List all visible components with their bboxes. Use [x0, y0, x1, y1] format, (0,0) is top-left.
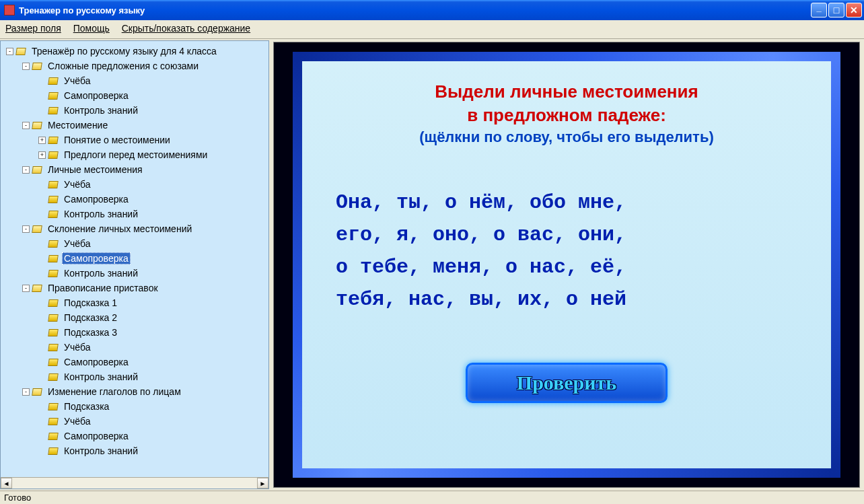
tree-item-label[interactable]: Подсказка 1: [62, 297, 119, 309]
tree-item-label[interactable]: Контроль знаний: [62, 104, 140, 116]
book-icon: [48, 447, 59, 455]
tree-item-label[interactable]: Самопроверка: [62, 193, 131, 205]
tree-item[interactable]: Контроль знаний: [2, 207, 267, 221]
tree-item-label[interactable]: Подсказка 3: [62, 326, 119, 338]
collapse-icon[interactable]: -: [6, 48, 13, 55]
book-icon: [32, 225, 42, 233]
tree-item[interactable]: Самопроверка: [2, 251, 267, 266]
tree-item[interactable]: Подсказка 2: [2, 310, 267, 325]
menu-field-size[interactable]: Размер поля: [5, 23, 61, 34]
tree-item-label[interactable]: Контроль знаний: [62, 371, 140, 383]
close-button[interactable]: [846, 3, 862, 17]
tree-item-label[interactable]: Изменение глаголов по лицам: [46, 386, 183, 398]
expand-icon[interactable]: +: [38, 137, 46, 144]
tree-item[interactable]: -Тренажёр по русскому языку для 4 класса: [2, 44, 267, 59]
tree-item[interactable]: Контроль знаний: [2, 443, 267, 458]
tree-item[interactable]: Подсказка 3: [2, 325, 267, 340]
book-icon: [32, 122, 42, 129]
collapse-icon[interactable]: -: [22, 122, 30, 129]
tree-item-label[interactable]: Учёба: [62, 415, 92, 427]
tree-item[interactable]: -Изменение глаголов по лицам: [2, 384, 267, 399]
exercise-words[interactable]: Она, ты, о нём, обо мне, его, я, оно, о …: [329, 186, 804, 316]
book-icon: [48, 314, 59, 322]
check-button[interactable]: Проверить: [466, 363, 668, 403]
tree-item[interactable]: Контроль знаний: [2, 369, 267, 384]
tree-item[interactable]: Самопроверка: [2, 88, 267, 103]
tree-hscrollbar[interactable]: ◄ ►: [1, 477, 268, 489]
tree-item-label[interactable]: Самопроверка: [62, 430, 131, 442]
window-controls: [811, 3, 862, 17]
tree-item[interactable]: +Понятие о местоимении: [2, 133, 267, 147]
titlebar: Тренажер по русскому языку: [0, 0, 864, 20]
book-icon: [48, 299, 59, 307]
menu-help[interactable]: Помощь: [73, 23, 110, 34]
tree-item[interactable]: Учёба: [2, 73, 267, 88]
tree-item-label[interactable]: Подсказка 2: [62, 312, 119, 324]
tree-item[interactable]: Учёба: [2, 236, 267, 251]
minimize-button[interactable]: [811, 3, 827, 17]
scroll-track[interactable]: [12, 478, 257, 489]
tree-item[interactable]: Подсказка 1: [2, 295, 267, 310]
tree-item[interactable]: Контроль знаний: [2, 103, 267, 118]
tree-item[interactable]: Учёба: [2, 414, 267, 429]
expand-icon[interactable]: +: [38, 151, 46, 159]
book-icon: [48, 359, 59, 366]
instruction-hint: (щёлкни по слову, чтобы его выделить): [419, 129, 714, 146]
tree-item[interactable]: -Склонение личных местоимений: [2, 221, 267, 236]
tree-item[interactable]: -Сложные предложения с союзами: [2, 59, 267, 73]
words-line[interactable]: Она, ты, о нём, обо мне,: [336, 186, 797, 219]
words-line[interactable]: о тебе, меня, о нас, её,: [336, 251, 797, 283]
tree-item[interactable]: Самопроверка: [2, 355, 267, 369]
tree-item-label[interactable]: Контроль знаний: [62, 267, 140, 279]
tree-item-label[interactable]: Сложные предложения с союзами: [46, 60, 201, 72]
tree-item[interactable]: +Предлоги перед местоимениями: [2, 147, 267, 162]
tree-item-label[interactable]: Понятие о местоимении: [62, 134, 172, 146]
tree-item-label[interactable]: Самопроверка: [62, 356, 131, 368]
tree-item[interactable]: Контроль знаний: [2, 266, 267, 281]
maximize-button[interactable]: [828, 3, 844, 17]
tree-item[interactable]: -Личные местоимения: [2, 162, 267, 177]
collapse-icon[interactable]: -: [22, 166, 30, 174]
tree-item-label[interactable]: Склонение личных местоимений: [46, 223, 194, 235]
tree-item[interactable]: -Местоимение: [2, 118, 267, 133]
collapse-icon[interactable]: -: [22, 63, 30, 70]
book-icon: [48, 181, 59, 188]
tree-item-label[interactable]: Учёба: [62, 178, 92, 190]
collapse-icon[interactable]: -: [22, 388, 30, 396]
scroll-left-button[interactable]: ◄: [1, 478, 12, 489]
tree-item-label[interactable]: Учёба: [62, 341, 92, 353]
scroll-right-button[interactable]: ►: [257, 478, 268, 489]
expander-blank: [38, 211, 46, 218]
exercise-frame: Выдели личные местоимения в предложном п…: [293, 52, 840, 478]
tree-item-label[interactable]: Подсказка: [62, 400, 111, 412]
expander-blank: [38, 329, 46, 336]
tree-item-label[interactable]: Тренажёр по русскому языку для 4 класса: [30, 45, 219, 57]
words-line[interactable]: его, я, оно, о вас, они,: [336, 219, 797, 251]
tree-item-label[interactable]: Учёба: [62, 75, 92, 87]
tree-panel[interactable]: -Тренажёр по русскому языку для 4 класса…: [0, 40, 269, 489]
tree-item-label[interactable]: Самопроверка: [62, 89, 131, 102]
tree-item-label[interactable]: Предлоги перед местоимениями: [62, 149, 209, 161]
expander-blank: [38, 181, 46, 188]
tree-item[interactable]: Подсказка: [2, 399, 267, 414]
collapse-icon[interactable]: -: [22, 285, 30, 292]
tree-item-label[interactable]: Личные местоимения: [46, 164, 145, 176]
collapse-icon[interactable]: -: [22, 225, 30, 233]
tree-item-label[interactable]: Учёба: [62, 238, 92, 250]
tree-item[interactable]: Самопроверка: [2, 192, 267, 207]
book-icon: [48, 255, 59, 262]
book-icon: [48, 270, 59, 277]
words-line[interactable]: тебя, нас, вы, их, о ней: [336, 283, 797, 316]
book-icon: [48, 151, 59, 159]
tree-item-label[interactable]: Контроль знаний: [62, 208, 140, 220]
tree-item[interactable]: Самопроверка: [2, 429, 267, 443]
tree-item-label[interactable]: Контроль знаний: [62, 445, 140, 457]
tree-item-label[interactable]: Самопроверка: [62, 252, 131, 264]
tree-item[interactable]: Учёба: [2, 177, 267, 192]
tree-item[interactable]: -Правописание приставок: [2, 281, 267, 295]
tree-item-label[interactable]: Правописание приставок: [46, 282, 160, 294]
tree-item[interactable]: Учёба: [2, 340, 267, 355]
book-icon: [48, 77, 59, 85]
tree-item-label[interactable]: Местоимение: [46, 119, 110, 131]
menu-toggle-toc[interactable]: Скрыть/показать содержание: [122, 23, 250, 34]
